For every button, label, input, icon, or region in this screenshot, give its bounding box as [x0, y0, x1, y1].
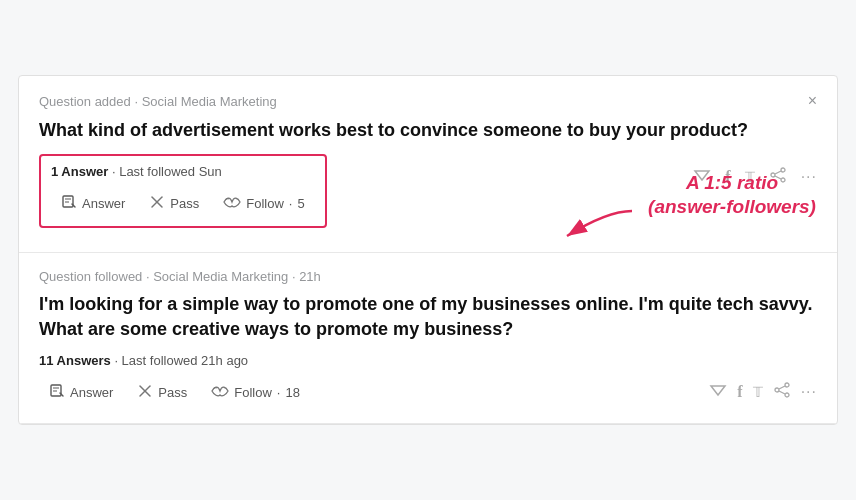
twitter-icon-2[interactable]: 𝕋	[753, 384, 763, 400]
card2-pass-button[interactable]: Pass	[127, 378, 197, 407]
answer-icon-2	[49, 383, 65, 402]
more-icon[interactable]: ···	[801, 168, 817, 186]
share-icon-2[interactable]	[773, 381, 791, 403]
svg-point-19	[775, 388, 779, 392]
card2-answer-label: Answer	[70, 385, 113, 400]
svg-marker-17	[711, 386, 725, 395]
facebook-icon-2[interactable]: f	[737, 383, 742, 401]
svg-point-6	[781, 168, 785, 172]
svg-line-10	[775, 176, 781, 179]
svg-line-22	[779, 391, 785, 394]
facebook-icon[interactable]: f	[725, 168, 730, 186]
card2-meta: Question followed · Social Media Marketi…	[39, 269, 321, 284]
card1-follow-button[interactable]: Follow · 5	[213, 189, 314, 218]
card1-answer-button[interactable]: Answer	[51, 189, 135, 218]
svg-line-9	[775, 171, 781, 174]
card1-pass-button[interactable]: Pass	[139, 189, 209, 218]
card2-stats-suffix: · Last followed 21h ago	[111, 353, 248, 368]
twitter-icon[interactable]: 𝕋	[745, 169, 755, 185]
card2-answer-count: 11 Answers	[39, 353, 111, 368]
card1-follow-count: 5	[297, 196, 304, 211]
card1-title: What kind of advertisement works best to…	[39, 118, 817, 142]
svg-point-18	[785, 383, 789, 387]
card1-pass-label: Pass	[170, 196, 199, 211]
pass-icon-2	[137, 383, 153, 402]
svg-point-20	[785, 393, 789, 397]
card1-meta: Question added · Social Media Marketing	[39, 94, 277, 109]
card2-follow-button[interactable]: Follow · 18	[201, 378, 310, 407]
card2-pass-label: Pass	[158, 385, 187, 400]
card1-stats-suffix: · Last followed Sun	[108, 164, 221, 179]
answer-icon	[61, 194, 77, 213]
share-icon[interactable]	[769, 166, 787, 188]
follow-icon	[223, 194, 241, 213]
downvote-icon-2[interactable]	[709, 381, 727, 403]
svg-point-8	[781, 178, 785, 182]
downvote-icon[interactable]	[693, 166, 711, 188]
svg-point-7	[771, 173, 775, 177]
svg-marker-5	[695, 171, 709, 180]
card2-follow-count: 18	[285, 385, 299, 400]
card1-answer-label: Answer	[82, 196, 125, 211]
card2-follow-label: Follow	[234, 385, 272, 400]
dot-sep-1: ·	[289, 196, 293, 211]
card2-answer-button[interactable]: Answer	[39, 378, 123, 407]
pass-icon	[149, 194, 165, 213]
dot-sep-2: ·	[277, 385, 281, 400]
card2-title: I'm looking for a simple way to promote …	[39, 292, 817, 341]
follow-icon-2	[211, 383, 229, 402]
close-button[interactable]: ×	[808, 92, 817, 110]
more-icon-2[interactable]: ···	[801, 383, 817, 401]
card1-answer-count: 1 Answer	[51, 164, 108, 179]
card1-follow-label: Follow	[246, 196, 284, 211]
svg-line-21	[779, 386, 785, 389]
